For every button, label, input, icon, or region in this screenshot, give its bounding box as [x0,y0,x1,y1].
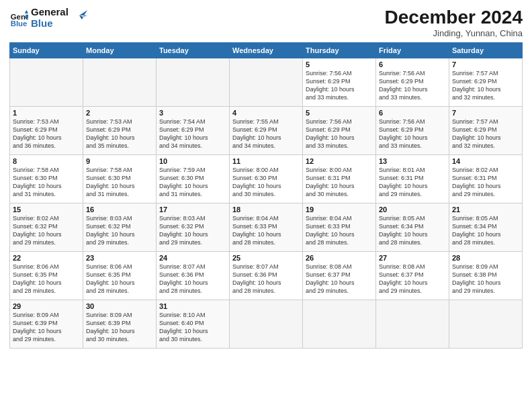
table-cell-day21: 21 Sunrise: 8:05 AMSunset: 6:34 PMDaylig… [449,203,523,252]
col-thursday: Thursday [303,43,376,58]
table-cell-day14: 14 Sunrise: 8:02 AMSunset: 6:31 PMDaylig… [449,155,523,203]
table-cell-day26: 26 Sunrise: 8:08 AMSunset: 6:37 PMDaylig… [303,252,376,300]
table-cell-day9: 9 Sunrise: 7:58 AMSunset: 6:30 PMDayligh… [83,155,157,203]
table-cell-day4: 4 Sunrise: 7:55 AMSunset: 6:29 PMDayligh… [230,107,303,155]
col-friday: Friday [376,43,449,58]
logo-general: General [31,7,69,18]
table-cell-day27: 27 Sunrise: 8:08 AMSunset: 6:37 PMDaylig… [376,252,449,300]
table-row: 8 Sunrise: 7:58 AMSunset: 6:30 PMDayligh… [10,155,523,203]
col-saturday: Saturday [449,43,523,58]
table-cell-empty [230,58,303,107]
table-cell-day3: 3 Sunrise: 7:54 AMSunset: 6:29 PMDayligh… [157,107,230,155]
logo-icon: General Blue [9,9,28,28]
title-area: December 2024 Jinding, Yunnan, China [385,7,523,38]
table-cell-day29: 29 Sunrise: 8:09 AMSunset: 6:39 PMDaylig… [10,300,83,349]
table-cell-day15: 15 Sunrise: 8:02 AMSunset: 6:32 PMDaylig… [10,203,83,252]
month-title: December 2024 [385,7,523,28]
table-cell-day24: 24 Sunrise: 8:07 AMSunset: 6:36 PMDaylig… [157,252,230,300]
table-cell-day23: 23 Sunrise: 8:06 AMSunset: 6:35 PMDaylig… [83,252,157,300]
table-cell-day13: 13 Sunrise: 8:01 AMSunset: 6:31 PMDaylig… [376,155,449,203]
logo-bird-icon [73,7,87,22]
table-cell-day8: 8 Sunrise: 7:58 AMSunset: 6:30 PMDayligh… [10,155,83,203]
table-cell-empty [303,300,376,349]
table-cell-day11: 11 Sunrise: 8:00 AMSunset: 6:30 PMDaylig… [230,155,303,203]
col-wednesday: Wednesday [230,43,303,58]
table-cell-day10: 10 Sunrise: 7:59 AMSunset: 6:30 PMDaylig… [157,155,230,203]
svg-text:Blue: Blue [11,19,28,28]
table-cell-empty [10,58,83,107]
table-cell-empty [230,300,303,349]
table-cell-day31: 31 Sunrise: 8:10 AMSunset: 6:40 PMDaylig… [157,300,230,349]
svg-marker-5 [79,15,83,19]
table-cell-day25: 25 Sunrise: 8:07 AMSunset: 6:36 PMDaylig… [230,252,303,300]
table-cell-day6b: 6 Sunrise: 7:56 AMSunset: 6:29 PMDayligh… [376,107,449,155]
page-header: General Blue General Blue December 2024 … [9,7,523,38]
table-cell-day7: 7 Sunrise: 7:57 AMSunset: 6:29 PMDayligh… [449,58,523,107]
calendar-header-row: Sunday Monday Tuesday Wednesday Thursday… [10,43,523,58]
table-cell-empty [83,58,157,107]
svg-marker-2 [25,9,28,13]
table-cell-day18: 18 Sunrise: 8:04 AMSunset: 6:33 PMDaylig… [230,203,303,252]
table-cell-day22: 22 Sunrise: 8:06 AMSunset: 6:35 PMDaylig… [10,252,83,300]
table-cell-day20: 20 Sunrise: 8:05 AMSunset: 6:34 PMDaylig… [376,203,449,252]
table-cell-empty [376,300,449,349]
table-row: 22 Sunrise: 8:06 AMSunset: 6:35 PMDaylig… [10,252,523,300]
table-cell-day16: 16 Sunrise: 8:03 AMSunset: 6:32 PMDaylig… [83,203,157,252]
logo: General Blue General Blue [9,7,87,29]
col-sunday: Sunday [10,43,83,58]
svg-marker-4 [79,10,87,17]
logo-blue: Blue [31,18,69,30]
table-cell-empty [157,58,230,107]
table-cell-day17: 17 Sunrise: 8:03 AMSunset: 6:32 PMDaylig… [157,203,230,252]
table-cell-empty [449,300,523,349]
table-cell-day30: 30 Sunrise: 8:09 AMSunset: 6:39 PMDaylig… [83,300,157,349]
table-cell-day12: 12 Sunrise: 8:00 AMSunset: 6:31 PMDaylig… [303,155,376,203]
table-cell-day5: 5 Sunrise: 7:56 AMSunset: 6:29 PMDayligh… [303,58,376,107]
col-tuesday: Tuesday [157,43,230,58]
table-cell-day6: 6 Sunrise: 7:56 AMSunset: 6:29 PMDayligh… [376,58,449,107]
col-monday: Monday [83,43,157,58]
table-cell-day2: 2 Sunrise: 7:53 AMSunset: 6:29 PMDayligh… [83,107,157,155]
table-row: 1 Sunrise: 7:53 AMSunset: 6:29 PMDayligh… [10,107,523,155]
table-cell-day1: 1 Sunrise: 7:53 AMSunset: 6:29 PMDayligh… [10,107,83,155]
table-cell-day19: 19 Sunrise: 8:04 AMSunset: 6:33 PMDaylig… [303,203,376,252]
table-row: 5 Sunrise: 7:56 AMSunset: 6:29 PMDayligh… [10,58,523,107]
table-row: 29 Sunrise: 8:09 AMSunset: 6:39 PMDaylig… [10,300,523,349]
table-cell-day5b: 5 Sunrise: 7:56 AMSunset: 6:29 PMDayligh… [303,107,376,155]
table-cell-day28: 28 Sunrise: 8:09 AMSunset: 6:38 PMDaylig… [449,252,523,300]
table-cell-day7b: 7 Sunrise: 7:57 AMSunset: 6:29 PMDayligh… [449,107,523,155]
table-row: 15 Sunrise: 8:02 AMSunset: 6:32 PMDaylig… [10,203,523,252]
calendar-table: Sunday Monday Tuesday Wednesday Thursday… [9,42,523,349]
location: Jinding, Yunnan, China [385,28,523,38]
